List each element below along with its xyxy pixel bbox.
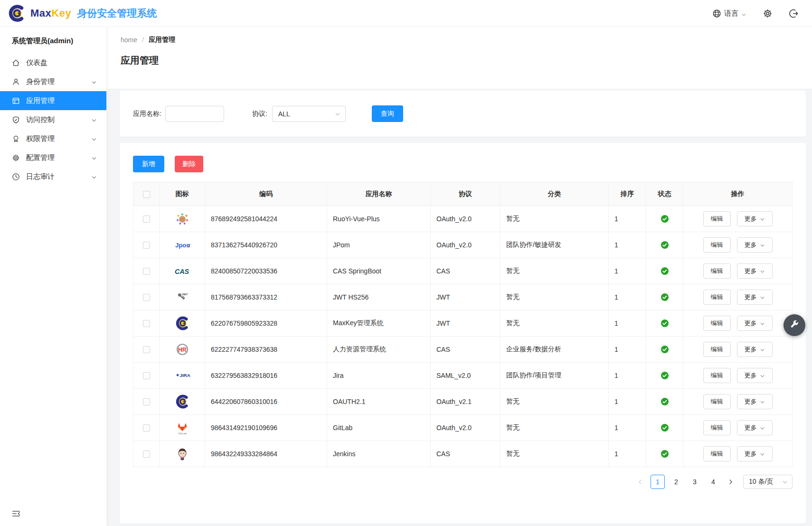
- svg-text:CAS: CAS: [174, 268, 189, 275]
- row-checkbox[interactable]: [143, 268, 150, 275]
- pagination-page-1[interactable]: 1: [651, 475, 665, 489]
- maxkey-logo: [7, 3, 27, 23]
- row-checkbox[interactable]: [143, 216, 150, 223]
- pagination-page-3[interactable]: 3: [688, 475, 702, 489]
- status-enabled-icon: [661, 293, 669, 301]
- status-enabled-icon: [661, 241, 669, 249]
- theme-config-button[interactable]: [784, 314, 805, 336]
- row-checkbox[interactable]: [143, 346, 150, 353]
- logout-icon: [789, 9, 799, 19]
- edit-button[interactable]: 编辑: [703, 263, 731, 279]
- column-header: 排序: [609, 182, 646, 206]
- row-checkbox[interactable]: [143, 372, 150, 379]
- more-button[interactable]: 更多: [737, 237, 773, 253]
- app-sort-cell: 1: [609, 258, 646, 284]
- edit-button[interactable]: 编辑: [703, 368, 731, 383]
- pagination-page-4[interactable]: 4: [706, 475, 720, 489]
- app-code-cell: 824008507220033536: [205, 258, 327, 284]
- row-checkbox[interactable]: [143, 398, 150, 405]
- row-checkbox[interactable]: [143, 242, 150, 249]
- app-status-cell: [646, 206, 683, 232]
- delete-button[interactable]: 删除: [175, 156, 203, 172]
- sidebar-item-permissions[interactable]: 权限管理: [0, 129, 106, 148]
- brand-name-secondary: Key: [51, 7, 71, 19]
- row-select-cell: [133, 232, 160, 258]
- pagination-page-2[interactable]: 2: [669, 475, 683, 489]
- svg-text:JWT: JWT: [181, 292, 188, 296]
- table-row: CAS824008507220033536CAS SpringBootCAS暂无…: [133, 258, 793, 284]
- edit-button[interactable]: 编辑: [703, 316, 731, 331]
- apps-table-head: 图标编码应用名称协议分类排序状态操作: [133, 182, 793, 206]
- status-enabled-icon: [661, 397, 669, 406]
- page-size-select[interactable]: 10 条/页: [743, 475, 793, 489]
- sidebar-item-config[interactable]: 配置管理: [0, 148, 106, 167]
- app-status-cell: [646, 310, 683, 337]
- row-checkbox[interactable]: [143, 294, 150, 301]
- search-button[interactable]: 查询: [372, 105, 403, 122]
- row-select-cell: [133, 363, 160, 389]
- sidebar-item-apps[interactable]: 应用管理: [0, 91, 106, 110]
- maxkey-logo: [174, 394, 190, 410]
- app-code-cell: 876892492581044224: [205, 206, 327, 232]
- language-switcher[interactable]: 语言: [712, 9, 746, 18]
- more-button[interactable]: 更多: [737, 394, 773, 409]
- pagination-prev-icon[interactable]: [634, 475, 646, 489]
- add-button[interactable]: 新增: [133, 156, 164, 172]
- more-button[interactable]: 更多: [737, 446, 773, 461]
- edit-button[interactable]: 编辑: [703, 420, 731, 435]
- gear-icon: [763, 9, 773, 19]
- sidebar-item-audit[interactable]: 日志审计: [0, 167, 106, 186]
- sidebar-item-label: 身份管理: [26, 77, 55, 86]
- app-sort-cell: 1: [609, 441, 646, 467]
- edit-button[interactable]: 编辑: [703, 290, 731, 305]
- app-category-cell: 暂无: [500, 284, 609, 310]
- brand-name-primary: Max: [30, 7, 51, 19]
- row-checkbox[interactable]: [143, 424, 150, 432]
- jwt-logo: JWT: [174, 289, 190, 305]
- select-all-checkbox[interactable]: [143, 191, 150, 198]
- wrench-icon: [789, 319, 800, 331]
- edit-button[interactable]: 编辑: [703, 394, 731, 409]
- sidebar-item-access[interactable]: 访问控制: [0, 110, 106, 129]
- app-name-input[interactable]: [165, 106, 224, 122]
- chevron-down-icon: [760, 425, 765, 431]
- edit-button[interactable]: 编辑: [703, 237, 731, 253]
- app-status-cell: [646, 389, 683, 415]
- more-button[interactable]: 更多: [737, 211, 773, 226]
- app-code-cell: 817568793663373312: [205, 284, 327, 310]
- table-row: 644220607860310016OAUTH2.1OAuth_v2.1暂无1编…: [133, 389, 793, 415]
- sidebar-item-identity[interactable]: 身份管理: [0, 72, 106, 91]
- more-button[interactable]: 更多: [737, 290, 773, 305]
- more-button[interactable]: 更多: [737, 368, 773, 383]
- select-all-header-cell: [133, 182, 160, 206]
- sidebar-item-label: 日志审计: [26, 172, 55, 181]
- app-sort-cell: 1: [609, 363, 646, 389]
- more-button[interactable]: 更多: [737, 342, 773, 357]
- cas-logo: CAS: [174, 263, 190, 279]
- breadcrumb-current: 应用管理: [149, 36, 175, 44]
- edit-button[interactable]: 编辑: [703, 446, 731, 461]
- chevron-down-icon: [760, 321, 765, 326]
- app-category-cell: 暂无: [500, 258, 609, 284]
- page-header: home / 应用管理 应用管理: [107, 27, 812, 89]
- sidebar-item-dashboard[interactable]: 仪表盘: [0, 53, 106, 72]
- edit-button[interactable]: 编辑: [703, 342, 731, 357]
- brand: MaxKey 身份安全管理系统: [7, 3, 157, 23]
- breadcrumb-home[interactable]: home: [121, 36, 137, 44]
- more-button[interactable]: 更多: [737, 420, 773, 435]
- more-button[interactable]: 更多: [737, 316, 773, 331]
- app-protocol-cell: OAuth_v2.1: [431, 389, 500, 415]
- sidebar-collapse-button[interactable]: [11, 509, 21, 518]
- status-enabled-icon: [661, 345, 669, 354]
- more-button[interactable]: 更多: [737, 263, 773, 279]
- row-checkbox[interactable]: [143, 320, 150, 327]
- app-icon-cell: [160, 441, 205, 467]
- pagination-next-icon[interactable]: [725, 475, 737, 489]
- protocol-select[interactable]: ALL: [272, 106, 346, 122]
- app-sort-cell: 1: [609, 337, 646, 363]
- settings-button[interactable]: [763, 9, 773, 19]
- row-checkbox[interactable]: [143, 451, 150, 458]
- logout-button[interactable]: [789, 9, 799, 19]
- app-protocol-cell: CAS: [431, 337, 500, 363]
- edit-button[interactable]: 编辑: [703, 211, 731, 226]
